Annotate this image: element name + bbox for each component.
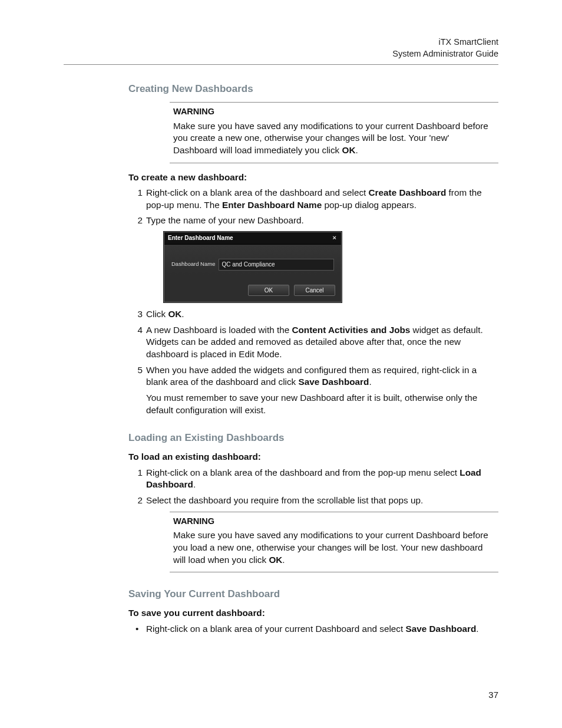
dashboard-name-input[interactable]: QC and Compliance <box>219 259 334 271</box>
warning-text-part: Make sure you have saved any modificatio… <box>173 530 488 564</box>
bullet-text: Right-click on a blank area of your curr… <box>146 624 405 634</box>
header-rule <box>64 64 498 65</box>
steps-loading: 1 Right-click on a blank area of the das… <box>128 467 498 507</box>
ok-button[interactable]: OK <box>248 285 289 297</box>
procedure-title-saving: To save you current dashboard: <box>128 607 498 620</box>
warning-text-tail: . <box>355 145 358 155</box>
cancel-button[interactable]: Cancel <box>294 285 335 297</box>
dashboard-name-row: Dashboard Name QC and Compliance <box>171 259 334 271</box>
warning-box-loading: WARNING Make sure you have saved any mod… <box>170 512 498 572</box>
dialog-titlebar: Enter Dashboard Name × <box>164 232 341 245</box>
step-text: Click <box>146 309 168 319</box>
bold-ok: OK <box>168 309 181 319</box>
warning-ok-bold: OK <box>269 555 282 565</box>
warning-box-creating: WARNING Make sure you have saved any mod… <box>170 102 498 163</box>
page: iTX SmartClient System Administrator Gui… <box>0 0 562 728</box>
step-4: 4 A new Dashboard is loaded with the Con… <box>128 324 498 361</box>
dialog-body: Dashboard Name QC and Compliance <box>164 245 341 275</box>
steps-creating: 1 Right-click on a blank area of the das… <box>128 187 498 416</box>
dialog-footer: OK Cancel <box>164 275 341 302</box>
bullet-text: . <box>476 624 478 634</box>
step-5: 5 When you have added the widgets and co… <box>128 364 498 417</box>
bold-enter-dashboard-name: Enter Dashboard Name <box>222 200 322 210</box>
warning-text-tail: . <box>282 555 285 565</box>
step-3: 3 Click OK. <box>128 308 498 321</box>
bold-save-dashboard: Save Dashboard <box>299 377 369 387</box>
warning-label: WARNING <box>173 106 495 118</box>
section-heading-saving: Saving Your Current Dashboard <box>128 588 498 601</box>
section-heading-loading: Loading an Existing Dashboards <box>128 431 498 445</box>
bold-content-activities: Content Activities and Jobs <box>292 325 410 335</box>
bullets-saving: Right-click on a blank area of your curr… <box>128 623 498 635</box>
step-number: 3 <box>132 308 143 321</box>
close-icon[interactable]: × <box>332 235 338 241</box>
step-text: A new Dashboard is loaded with the <box>146 325 292 335</box>
warning-text: Make sure you have saved any modificatio… <box>173 529 495 566</box>
warning-ok-bold: OK <box>342 145 356 155</box>
procedure-title-loading: To load an existing dashboard: <box>128 451 498 463</box>
warning-text: Make sure you have saved any modificatio… <box>173 120 495 157</box>
step-5-extra: You must remember to save your new Dashb… <box>146 392 498 416</box>
step-1: 1 Right-click on a blank area of the das… <box>128 187 498 211</box>
bold-create-dashboard: Create Dashboard <box>369 187 447 197</box>
step-text: . <box>193 479 196 489</box>
running-header: iTX SmartClient System Administrator Gui… <box>64 37 498 60</box>
enter-dashboard-name-dialog: Enter Dashboard Name × Dashboard Name QC… <box>164 232 342 302</box>
warning-text-part: Make sure you have saved any modificatio… <box>173 121 488 155</box>
procedure-title-creating: To create a new dashboard: <box>128 172 498 184</box>
step-text: pop-up dialog appears. <box>322 200 416 210</box>
step-number: 1 <box>132 467 143 479</box>
bullet-1: Right-click on a blank area of your curr… <box>128 623 498 635</box>
dialog-title: Enter Dashboard Name <box>168 234 233 242</box>
step-2: 2 Select the dashboard you require from … <box>128 495 498 507</box>
step-number: 2 <box>132 215 143 227</box>
step-text: Right-click on a blank area of the dashb… <box>146 187 369 197</box>
step-number: 1 <box>132 187 143 199</box>
doc-title: System Administrator Guide <box>64 48 498 60</box>
dialog-screenshot: Enter Dashboard Name × Dashboard Name QC… <box>164 232 498 302</box>
step-number: 4 <box>132 324 143 337</box>
section-heading-creating: Creating New Dashboards <box>128 83 498 96</box>
step-1: 1 Right-click on a blank area of the das… <box>128 467 498 491</box>
step-number: 5 <box>132 364 143 377</box>
step-2: 2 Type the name of your new Dashboard. E… <box>128 215 498 302</box>
step-text: . <box>181 309 184 319</box>
step-number: 2 <box>132 495 143 507</box>
warning-label: WARNING <box>173 516 495 528</box>
page-number: 37 <box>488 690 498 700</box>
step-text: Right-click on a blank area of the dashb… <box>146 467 459 477</box>
bold-save-dashboard: Save Dashboard <box>405 624 476 634</box>
step-text: Select the dashboard you require from th… <box>146 495 423 505</box>
product-name: iTX SmartClient <box>64 37 498 48</box>
content-area: Creating New Dashboards WARNING Make sur… <box>128 83 498 635</box>
step-text: Type the name of your new Dashboard. <box>146 215 304 225</box>
dashboard-name-label: Dashboard Name <box>171 261 215 268</box>
step-text: . <box>369 377 371 387</box>
